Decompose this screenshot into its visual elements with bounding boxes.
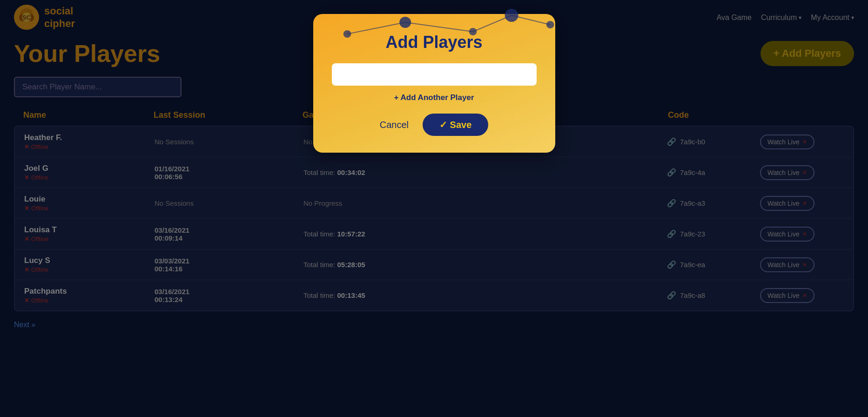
svg-point-13: [505, 9, 518, 22]
save-button[interactable]: ✓ Save: [423, 114, 488, 136]
modal-actions: Cancel ✓ Save: [332, 114, 537, 136]
add-players-modal: Add Players + Add Another Player Cancel …: [313, 14, 555, 153]
svg-point-11: [399, 17, 411, 28]
svg-line-6: [347, 22, 405, 34]
svg-point-10: [343, 30, 351, 38]
modal-overlay: Add Players + Add Another Player Cancel …: [0, 0, 868, 417]
svg-point-14: [546, 21, 554, 28]
svg-point-12: [469, 28, 477, 35]
cancel-button[interactable]: Cancel: [380, 120, 409, 130]
add-another-player-button[interactable]: + Add Another Player: [332, 93, 537, 102]
svg-line-7: [405, 22, 472, 32]
modal-decoration: [309, 8, 560, 41]
add-player-input[interactable]: [332, 63, 537, 86]
